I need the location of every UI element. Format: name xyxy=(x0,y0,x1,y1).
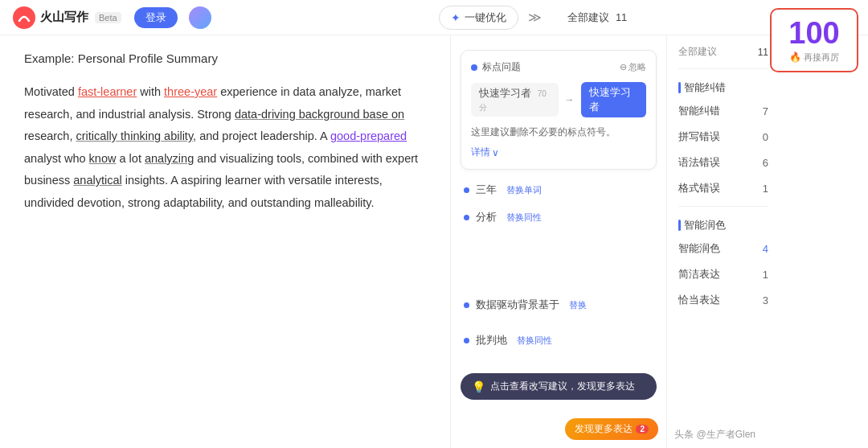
expand-button[interactable]: ≫ xyxy=(528,10,542,25)
score-box: 100 🔥 再接再厉 xyxy=(770,8,858,72)
suggestion-panel: 标点问题 ⊖ 忽略 快速学习者 70分 → 快速学习者 这里建议删除不必要的标点… xyxy=(450,35,667,448)
card-header: 标点问题 ⊖ 忽略 xyxy=(471,60,646,74)
right-sidebar: 全部建议 11 智能纠错 智能纠错 7 拼写错误 0 语法错误 6 格式错误 1 xyxy=(667,35,780,448)
fire-icon: 🔥 xyxy=(789,51,801,63)
discover-button[interactable]: 发现更多表达 2 xyxy=(565,418,658,440)
logo-text: 火山写作 xyxy=(40,10,88,25)
item-action-3[interactable]: 替换同性 xyxy=(517,335,552,347)
sidebar-item-0-3[interactable]: 格式错误 1 xyxy=(678,177,768,199)
suggestion-item-4[interactable]: 批判地 替换同性 xyxy=(451,327,666,354)
word-comparison: 快速学习者 70分 → 快速学习者 xyxy=(471,82,646,117)
doc-body[interactable]: Motivated fast-learner with three-year e… xyxy=(24,81,426,214)
lightbulb-icon: 💡 xyxy=(472,380,485,393)
main-area: Example: Personal Profile Summary Motiva… xyxy=(0,35,868,448)
logo-icon xyxy=(13,6,35,29)
discover-badge: 2 xyxy=(636,425,649,434)
item-dot xyxy=(464,338,469,343)
item-action-2[interactable]: 替换 xyxy=(569,299,587,311)
sidebar-item-0-1[interactable]: 拼写错误 0 xyxy=(678,125,768,148)
ignore-icon: ⊖ xyxy=(620,62,627,72)
divider xyxy=(678,68,768,69)
arrow-icon: → xyxy=(565,94,575,105)
item-label: 数据驱动背景基于 xyxy=(476,298,559,312)
divider-2 xyxy=(678,206,768,207)
item-label: 分析 xyxy=(476,210,497,224)
all-suggestions-row: 全部建议 11 xyxy=(678,45,768,59)
highlight-analytical[interactable]: analytical xyxy=(73,174,121,187)
score-label: 🔥 再接再厉 xyxy=(789,51,839,64)
optimize-button[interactable]: ✦ 一键优化 xyxy=(439,6,518,30)
detail-button[interactable]: 详情 ∨ xyxy=(471,146,499,159)
suggestions-label: 全部建议 11 xyxy=(567,10,627,25)
item-dot xyxy=(464,215,469,220)
sidebar-item-1-0[interactable]: 智能润色 4 xyxy=(678,237,768,260)
item-dot xyxy=(464,187,469,193)
tooltip-text: 💡 点击查看改写建议，发现更多表达 xyxy=(472,380,635,393)
type-dot xyxy=(471,64,477,71)
top-nav: 火山写作 Beta 登录 ✦ 一键优化 ≫ 全部建议 11 xyxy=(0,0,868,35)
section-bar-2 xyxy=(678,220,681,231)
ignore-button[interactable]: ⊖ 忽略 xyxy=(620,61,646,73)
chevron-down-icon: ∨ xyxy=(492,147,499,158)
login-button[interactable]: 登录 xyxy=(134,7,178,28)
editor-pane: Example: Personal Profile Summary Motiva… xyxy=(0,35,450,448)
nav-center: ✦ 一键优化 ≫ 全部建议 11 xyxy=(211,6,855,30)
highlight-data-driving[interactable]: data-driving background base on xyxy=(235,108,404,121)
item-action-0[interactable]: 替换单词 xyxy=(506,184,542,196)
item-label: 三年 xyxy=(476,183,497,197)
beta-badge: Beta xyxy=(95,12,121,23)
sidebar-item-1-1[interactable]: 简洁表达 1 xyxy=(678,263,768,286)
suggested-word[interactable]: 快速学习者 xyxy=(581,82,646,117)
watermark: 头条 @生产者Glen xyxy=(674,428,755,442)
suggestion-item-1[interactable]: 三年 替换单词 xyxy=(451,176,666,203)
card-type: 标点问题 xyxy=(471,60,521,74)
star-icon: ✦ xyxy=(451,11,461,24)
suggestions-count: 11 xyxy=(616,11,627,23)
logo-area: 火山写作 Beta 登录 xyxy=(13,6,211,29)
suggestion-desc: 这里建议删除不必要的标点符号。 xyxy=(471,125,646,139)
score-number: 100 xyxy=(788,18,839,48)
highlight-three-year[interactable]: three-year xyxy=(164,85,217,98)
highlight-analyzing[interactable]: analyzing xyxy=(145,152,194,165)
suggestion-card: 标点问题 ⊖ 忽略 快速学习者 70分 → 快速学习者 这里建议删除不必要的标点… xyxy=(461,50,657,170)
sidebar-item-0-0[interactable]: 智能纠错 7 xyxy=(678,100,768,122)
highlight-critically-thinking[interactable]: critically thinking ability xyxy=(76,129,193,142)
highlight-fast-learner[interactable]: fast-learner xyxy=(78,85,137,98)
sidebar-item-1-2[interactable]: 恰当表达 3 xyxy=(678,289,768,311)
suggestion-item-3[interactable]: 数据驱动背景基于 替换 xyxy=(451,291,666,319)
item-dot xyxy=(464,302,469,308)
section-bar xyxy=(678,82,681,93)
section-1-header: 智能纠错 xyxy=(678,80,768,95)
doc-title: Example: Personal Profile Summary xyxy=(24,51,426,65)
discover-btn-container: 发现更多表达 2 xyxy=(565,418,658,440)
highlight-know[interactable]: know xyxy=(89,152,117,165)
original-word: 快速学习者 70分 xyxy=(471,83,559,117)
avatar xyxy=(189,6,211,29)
section-2-header: 智能润色 xyxy=(678,218,768,232)
card-type-label: 标点问题 xyxy=(482,60,521,74)
suggestion-item-2[interactable]: 分析 替换同性 xyxy=(451,203,666,231)
highlight-good-prepared[interactable]: good-prepared xyxy=(330,129,407,142)
tooltip-bar: 💡 点击查看改写建议，发现更多表达 xyxy=(461,373,657,400)
item-label: 批判地 xyxy=(476,333,507,347)
item-action-1[interactable]: 替换同性 xyxy=(506,212,542,224)
sidebar-item-0-2[interactable]: 语法错误 6 xyxy=(678,151,768,174)
optimize-label: 一键优化 xyxy=(465,10,506,25)
